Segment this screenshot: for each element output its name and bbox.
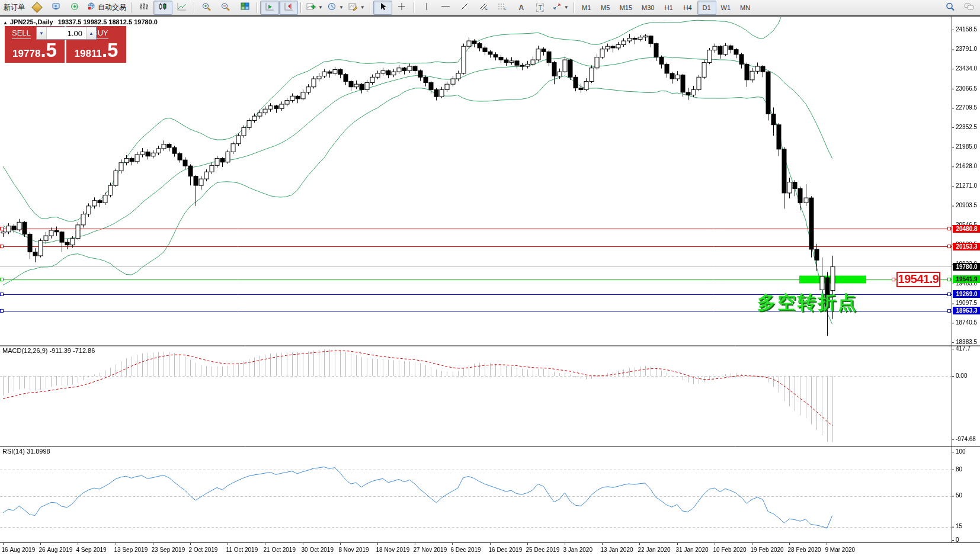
auto-scroll-button[interactable] bbox=[260, 1, 279, 15]
sell-button[interactable]: SELL bbox=[12, 27, 31, 39]
price-axis-label: 20480.8 bbox=[953, 225, 980, 233]
new-order-label: 新订单 bbox=[4, 2, 25, 12]
price-axis-label: 19269.0 bbox=[953, 290, 980, 298]
signals-button[interactable] bbox=[65, 1, 84, 15]
line-chart-icon bbox=[177, 2, 187, 12]
chart-shift-icon bbox=[284, 2, 293, 12]
macd-indicator-label: MACD(12,26,9) -911.39 -712.86 bbox=[2, 347, 95, 354]
toolbar-separator bbox=[370, 2, 371, 13]
chart-shift-button[interactable] bbox=[279, 1, 298, 15]
monitor-icon bbox=[52, 2, 60, 12]
chart-annotation-text[interactable]: 多空转折点 bbox=[757, 290, 858, 315]
autotrading-label: 自动交易 bbox=[98, 2, 126, 12]
search-button[interactable] bbox=[941, 1, 960, 15]
ohlc-values: 19337.5 19982.5 18812.5 19780.0 bbox=[58, 18, 158, 25]
toolbar-separator bbox=[131, 2, 132, 13]
tile-windows-icon bbox=[241, 2, 249, 12]
collapse-panel-icon[interactable]: ▲ bbox=[3, 20, 8, 25]
arrows-icon bbox=[552, 2, 562, 12]
auto-scroll-icon bbox=[265, 2, 274, 12]
buy-price[interactable]: 19811.5 bbox=[66, 42, 126, 60]
horizontal-line-icon bbox=[441, 2, 450, 12]
broadcast-icon bbox=[71, 2, 79, 12]
timeframe-d1-button[interactable]: D1 bbox=[697, 1, 716, 15]
volume-increase-button[interactable]: ▲ bbox=[86, 27, 96, 39]
chat-bubbles-icon bbox=[964, 2, 975, 13]
toolbar-separator bbox=[257, 2, 258, 13]
zoom-in-button[interactable] bbox=[197, 1, 216, 15]
market-watch-button[interactable] bbox=[46, 1, 65, 15]
dropdown-caret-icon: ▼ bbox=[318, 5, 323, 10]
chart-window: ▲JPN225-,Daily19337.5 19982.5 18812.5 19… bbox=[0, 15, 980, 559]
template-icon bbox=[348, 2, 358, 12]
equidistant-channel-icon: E bbox=[479, 2, 488, 12]
timeframe-m15-button[interactable]: M15 bbox=[615, 1, 637, 15]
bar-chart-mode-button[interactable] bbox=[134, 1, 153, 15]
sell-price-pip: .5 bbox=[40, 39, 57, 61]
arrows-tool-button[interactable]: ▼ bbox=[550, 1, 571, 15]
toolbar-separator bbox=[414, 2, 415, 13]
volume-decrease-button[interactable]: ▼ bbox=[37, 27, 47, 39]
autotrading-button[interactable]: 自动交易 bbox=[84, 1, 129, 15]
symbol-name: JPN225-,Daily bbox=[10, 18, 53, 25]
price-axis-label: 18963.3 bbox=[953, 307, 980, 314]
chart-title: ▲JPN225-,Daily19337.5 19982.5 18812.5 19… bbox=[3, 18, 158, 25]
toolbar-separator bbox=[574, 2, 575, 13]
buy-price-main: 19811 bbox=[75, 48, 102, 59]
toolbar-separator bbox=[194, 2, 195, 13]
main-toolbar: 新订单 自动交易 bbox=[0, 0, 980, 15]
line-chart-mode-button[interactable] bbox=[172, 1, 191, 15]
price-callout-box[interactable]: 19541.9 bbox=[896, 272, 940, 287]
new-order-button[interactable]: 新订单 bbox=[1, 1, 27, 15]
price-axis-label: 20153.3 bbox=[953, 243, 980, 250]
price-axis-label: 19541.9 bbox=[953, 275, 980, 283]
indicators-icon bbox=[306, 2, 316, 12]
metaeditor-button[interactable] bbox=[27, 1, 46, 15]
timeframe-mn-button[interactable]: MN bbox=[735, 1, 755, 15]
price-axis-label: 19780.0 bbox=[953, 263, 980, 271]
cursor-arrow-icon bbox=[379, 2, 386, 12]
timeframe-label: H4 bbox=[681, 4, 694, 11]
sell-price[interactable]: 19778.5 bbox=[5, 42, 65, 60]
horizontal-line-tool-button[interactable] bbox=[436, 1, 455, 15]
zoom-out-button[interactable] bbox=[216, 1, 235, 15]
templates-button[interactable]: ▼ bbox=[346, 1, 367, 15]
trendline-icon bbox=[460, 2, 469, 12]
search-icon bbox=[946, 2, 955, 13]
candlestick-icon bbox=[158, 2, 168, 12]
vertical-line-tool-button[interactable] bbox=[417, 1, 436, 15]
text-icon: A bbox=[518, 4, 524, 12]
text-label-icon: T bbox=[536, 4, 544, 12]
fibonacci-icon: F bbox=[498, 2, 507, 12]
globe-stop-icon bbox=[87, 2, 96, 12]
timeframe-w1-button[interactable]: W1 bbox=[716, 1, 736, 15]
timeframe-m1-button[interactable]: M1 bbox=[577, 1, 596, 15]
cursor-tool-button[interactable] bbox=[373, 1, 392, 15]
one-click-trading-panel: SELL BUY ▼ ▲ 19778.5 19811.5 bbox=[5, 26, 128, 63]
timeframe-m30-button[interactable]: M30 bbox=[637, 1, 659, 15]
tile-windows-button[interactable] bbox=[235, 1, 254, 15]
svg-text:F: F bbox=[504, 7, 507, 11]
mt4-window: { "toolbar": { "new_order_label": "新订单",… bbox=[0, 0, 980, 559]
crosshair-icon bbox=[398, 2, 406, 12]
chat-button[interactable] bbox=[960, 1, 979, 15]
timeframe-h4-button[interactable]: H4 bbox=[678, 1, 697, 15]
crosshair-tool-button[interactable] bbox=[392, 1, 411, 15]
timeframe-label: M30 bbox=[639, 4, 656, 11]
volume-input[interactable] bbox=[47, 27, 86, 39]
periods-button[interactable]: ▼ bbox=[325, 1, 346, 15]
channel-tool-button[interactable]: E bbox=[474, 1, 493, 15]
candlestick-mode-button[interactable] bbox=[153, 1, 172, 15]
text-tool-button[interactable]: A bbox=[512, 1, 531, 15]
timeframe-label: W1 bbox=[719, 4, 734, 11]
trendline-tool-button[interactable] bbox=[455, 1, 474, 15]
dropdown-caret-icon: ▼ bbox=[360, 5, 365, 10]
timeframe-label: D1 bbox=[700, 4, 713, 11]
timeframe-h1-button[interactable]: H1 bbox=[659, 1, 678, 15]
indicators-button[interactable]: ▼ bbox=[304, 1, 325, 15]
sell-price-main: 19778 bbox=[12, 48, 40, 59]
price-chart-canvas[interactable] bbox=[0, 17, 980, 559]
text-label-tool-button[interactable]: T bbox=[531, 1, 550, 15]
fibonacci-tool-button[interactable]: F bbox=[493, 1, 512, 15]
timeframe-m5-button[interactable]: M5 bbox=[596, 1, 615, 15]
